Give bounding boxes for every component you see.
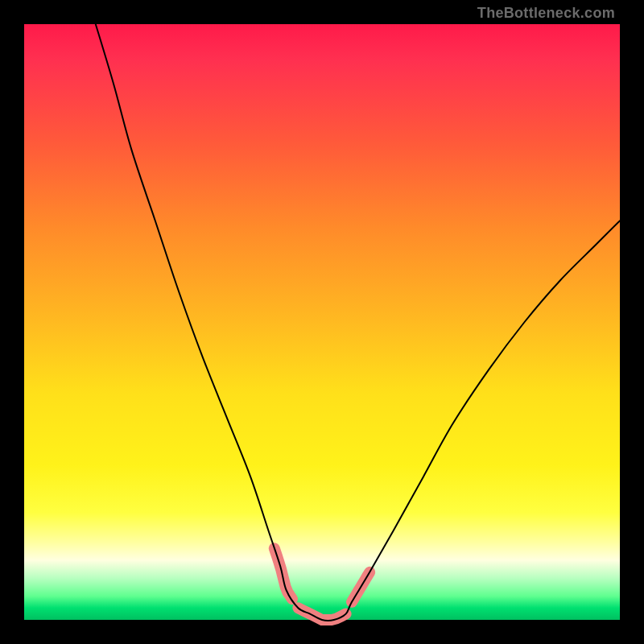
highlight-group (275, 548, 369, 620)
attribution-text: TheBottleneck.com (477, 5, 615, 22)
plot-area (24, 24, 620, 620)
bottleneck-curve (96, 24, 620, 621)
outer-frame: TheBottleneck.com (0, 0, 644, 644)
chart-svg (24, 24, 620, 620)
